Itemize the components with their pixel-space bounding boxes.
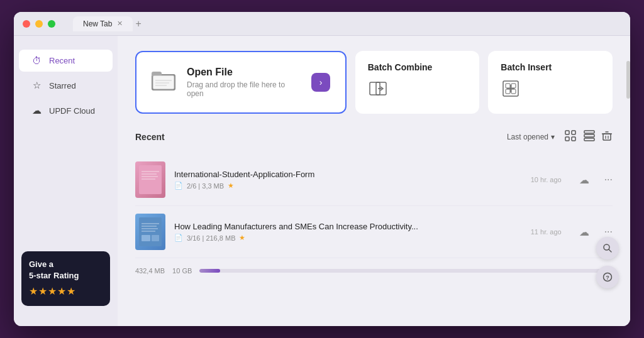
cloud-upload-icon-1[interactable]: ☁ <box>579 174 589 186</box>
file-page-icon-1: 📄 <box>174 182 183 190</box>
open-file-subtitle: Drag and drop the file here to open <box>187 80 301 98</box>
file-meta-2: 📄 3/16 | 216,8 MB ★ <box>174 234 522 242</box>
sidebar-item-recent[interactable]: ⏱ Recent <box>19 50 113 72</box>
svg-rect-21 <box>584 134 594 137</box>
open-file-text: Open File Drag and drop the file here to… <box>187 67 301 98</box>
storage-bar-row: 432,4 MB 10 GB <box>135 267 613 275</box>
sidebar: ⏱ Recent ☆ Starred ☁ UPDF Cloud Give a 5… <box>14 36 118 326</box>
cloud-upload-icon-2[interactable]: ☁ <box>579 226 589 238</box>
svg-rect-17 <box>572 131 575 134</box>
file-list: International-Student-Application-Form 📄… <box>135 154 613 258</box>
svg-line-41 <box>609 249 611 252</box>
svg-rect-33 <box>139 217 162 246</box>
file-name-2: How Leading Manufacturers and SMEs Can I… <box>174 222 522 231</box>
storage-used: 432,4 MB <box>135 267 165 275</box>
storage-bar <box>199 269 613 273</box>
rating-card[interactable]: Give a 5-star Rating ★★★★★ <box>21 251 110 306</box>
new-tab-button[interactable]: + <box>135 19 141 29</box>
file-item[interactable]: International-Student-Application-Form 📄… <box>135 154 613 206</box>
file-time-1: 10 hr. ago <box>531 176 562 183</box>
svg-text:?: ? <box>606 275 609 281</box>
search-fab[interactable] <box>596 237 619 259</box>
tab-new-tab[interactable]: New Tab ✕ <box>73 16 133 31</box>
recent-section: Recent Last opened ▾ <box>135 129 613 275</box>
svg-rect-28 <box>139 165 162 194</box>
sidebar-item-starred[interactable]: ☆ Starred <box>19 74 113 97</box>
svg-rect-19 <box>572 137 575 141</box>
svg-rect-23 <box>603 134 611 140</box>
svg-rect-20 <box>584 131 594 133</box>
cloud-nav-icon: ☁ <box>30 105 43 116</box>
rating-title: Give a 5-star Rating <box>29 259 103 281</box>
delete-button[interactable] <box>601 131 613 144</box>
file-info-1: International-Student-Application-Form 📄… <box>174 170 522 190</box>
file-folder-icon <box>152 69 177 95</box>
sort-button[interactable]: Last opened ▾ <box>507 133 555 141</box>
batch-insert-icon <box>501 79 600 102</box>
open-file-arrow[interactable]: › <box>311 73 330 92</box>
svg-rect-16 <box>565 131 569 134</box>
list-view-button[interactable] <box>582 129 596 145</box>
svg-rect-14 <box>506 89 510 94</box>
file-page-icon-2: 📄 <box>174 234 183 242</box>
grid-view-button[interactable] <box>564 129 577 145</box>
open-file-title: Open File <box>187 67 301 78</box>
tab-area: New Tab ✕ + <box>73 16 142 31</box>
minimize-button[interactable] <box>35 20 43 28</box>
file-meta-1: 📄 2/6 | 3,3 MB ★ <box>174 182 522 190</box>
batch-combine-title: Batch Combine <box>368 62 467 72</box>
recent-header: Recent Last opened ▾ <box>135 129 613 145</box>
open-file-card[interactable]: Open File Drag and drop the file here to… <box>135 51 347 114</box>
file-info-2: How Leading Manufacturers and SMEs Can I… <box>174 222 522 242</box>
main-content: Open File Drag and drop the file here to… <box>118 36 630 326</box>
sidebar-item-updf-cloud[interactable]: ☁ UPDF Cloud <box>19 99 113 122</box>
file-star-2[interactable]: ★ <box>239 234 245 242</box>
scrollbar-thumb[interactable] <box>626 61 630 99</box>
file-item-2[interactable]: How Leading Manufacturers and SMEs Can I… <box>135 206 613 258</box>
cards-row: Open File Drag and drop the file here to… <box>135 51 613 114</box>
svg-rect-15 <box>511 89 516 94</box>
batch-insert-title: Batch Insert <box>501 62 600 72</box>
main-wrapper: Open File Drag and drop the file here to… <box>118 36 630 326</box>
svg-rect-13 <box>511 84 516 88</box>
svg-rect-2 <box>153 75 174 89</box>
storage-total: 10 GB <box>172 267 192 275</box>
svg-rect-22 <box>584 138 594 141</box>
file-thumbnail-1 <box>135 161 165 198</box>
batch-combine-card[interactable]: Batch Combine <box>355 51 480 114</box>
view-buttons <box>564 129 613 145</box>
sidebar-bottom: Give a 5-star Rating ★★★★★ <box>14 244 118 313</box>
batch-insert-card[interactable]: Batch Insert <box>488 51 613 114</box>
file-time-2: 11 hr. ago <box>531 228 562 236</box>
rating-stars[interactable]: ★★★★★ <box>29 285 103 298</box>
svg-rect-12 <box>506 84 510 88</box>
help-fab[interactable]: ? <box>596 266 619 288</box>
batch-combine-icon <box>368 79 467 102</box>
sidebar-item-updf-cloud-label: UPDF Cloud <box>49 106 95 116</box>
recent-label: Recent <box>135 132 507 142</box>
fab-area: ? <box>596 237 619 288</box>
svg-rect-18 <box>565 137 569 141</box>
file-name-1: International-Student-Application-Form <box>174 170 522 179</box>
sidebar-item-recent-label: Recent <box>49 56 75 65</box>
tab-label: New Tab <box>83 19 112 28</box>
recent-icon: ⏱ <box>30 55 43 66</box>
scrollbar-track[interactable] <box>626 36 630 326</box>
more-menu-2[interactable]: ··· <box>604 226 613 237</box>
svg-rect-39 <box>152 235 159 241</box>
more-menu-1[interactable]: ··· <box>604 174 613 185</box>
starred-icon: ☆ <box>30 80 43 91</box>
sidebar-item-starred-label: Starred <box>49 81 76 90</box>
file-thumbnail-2 <box>135 214 165 250</box>
close-button[interactable] <box>23 20 30 28</box>
maximize-button[interactable] <box>48 20 55 28</box>
tab-close-icon[interactable]: ✕ <box>117 19 123 28</box>
content-area: ⏱ Recent ☆ Starred ☁ UPDF Cloud Give a 5… <box>14 36 630 326</box>
titlebar: New Tab ✕ + <box>14 12 630 36</box>
storage-bar-fill <box>199 269 220 273</box>
svg-rect-38 <box>142 235 150 241</box>
file-star-1[interactable]: ★ <box>228 182 234 190</box>
